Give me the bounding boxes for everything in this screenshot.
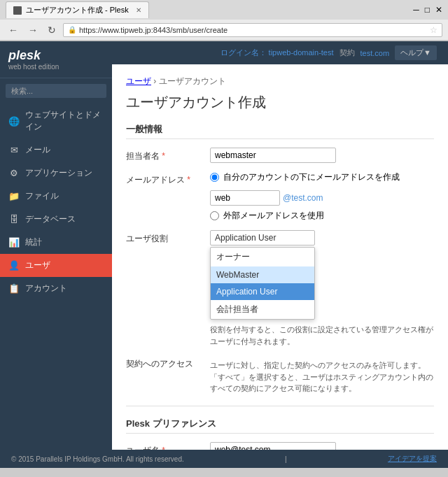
dropdown-item-owner[interactable]: オーナー bbox=[211, 248, 314, 266]
role-dropdown-wrapper: オーナー WebMaster Application User 会計担当者 オー… bbox=[210, 230, 434, 347]
websites-icon: 🌐 bbox=[8, 115, 20, 127]
sidebar-item-mail[interactable]: ✉ メール bbox=[0, 138, 112, 162]
access-note: ユーザに対し、指定した契約へのアクセスのみを許可します。「すべて」を選択すると、… bbox=[210, 359, 434, 394]
section-plesk: Plesk プリファレンス bbox=[126, 418, 434, 434]
access-label: 契約へのアクセス bbox=[126, 355, 210, 370]
top-bar: ログイン名： tipweb-domain-test 契約 test.com ヘル… bbox=[112, 41, 448, 64]
sidebar-item-label: ファイル bbox=[25, 190, 59, 202]
sidebar-item-label: アプリケーション bbox=[25, 167, 92, 179]
sidebar-item-db[interactable]: 🗄 データベース bbox=[0, 208, 112, 231]
access-control: ユーザに対し、指定した契約へのアクセスのみを許可します。「すべて」を選択すると、… bbox=[210, 355, 434, 394]
mail-icon: ✉ bbox=[8, 145, 20, 156]
back-btn[interactable]: ← bbox=[6, 23, 21, 37]
help-button[interactable]: ヘルプ▼ bbox=[395, 45, 437, 60]
close-btn[interactable]: ✕ bbox=[435, 5, 442, 15]
contract-label: 契約 bbox=[340, 48, 355, 58]
email-label: メールアドレス * bbox=[126, 171, 210, 186]
sidebar-item-label: アカウント bbox=[25, 283, 67, 294]
username-row: ユーザ名 * bbox=[126, 442, 434, 450]
forward-btn[interactable]: → bbox=[25, 23, 41, 37]
browser-tab[interactable]: ユーザアカウント作成 - Plesk ✕ bbox=[6, 1, 149, 18]
username-control bbox=[210, 442, 434, 450]
email-option1-label: 自分のアカウントの下にメールアドレスを作成 bbox=[223, 171, 400, 183]
breadcrumb-current: ユーザアカウント bbox=[159, 76, 226, 86]
bookmark-icon[interactable]: ☆ bbox=[430, 25, 438, 35]
sidebar-item-label: ユーザ bbox=[25, 259, 50, 271]
search-input[interactable] bbox=[6, 84, 106, 98]
logo-sub: web host edition bbox=[8, 63, 104, 71]
name-input[interactable] bbox=[210, 148, 336, 163]
breadcrumb: ユーザ › ユーザアカウント bbox=[126, 76, 434, 87]
dropdown-item-webmaster[interactable]: WebMaster bbox=[211, 266, 314, 283]
footer-separator: | bbox=[285, 455, 287, 463]
sidebar-item-label: ウェブサイトとドメイン bbox=[25, 109, 104, 133]
email-external-radio[interactable] bbox=[210, 211, 219, 220]
plesk-logo: plesk web host edition bbox=[8, 48, 104, 71]
page-title: ユーザアカウント作成 bbox=[126, 93, 434, 112]
role-dropdown-list: オーナー WebMaster Application User 会計担当者 bbox=[210, 247, 315, 320]
breadcrumb-parent[interactable]: ユーザ bbox=[126, 76, 151, 86]
sidebar-item-stats[interactable]: 📊 統計 bbox=[0, 231, 112, 254]
maximize-btn[interactable]: □ bbox=[425, 5, 430, 15]
contract-domain: test.com bbox=[360, 49, 390, 57]
dropdown-item-accountant[interactable]: 会計担当者 bbox=[211, 300, 314, 319]
name-row: 担当者名 * bbox=[126, 148, 434, 163]
sidebar-item-users[interactable]: 👤 ユーザ bbox=[0, 254, 112, 277]
db-icon: 🗄 bbox=[8, 214, 20, 225]
role-select[interactable]: オーナー WebMaster Application User 会計担当者 bbox=[210, 230, 315, 245]
required-mark: * bbox=[162, 151, 165, 161]
email-control: 自分のアカウントの下にメールアドレスを作成 @test.com 外部メールアドレ… bbox=[210, 171, 434, 222]
main-content: ログイン名： tipweb-domain-test 契約 test.com ヘル… bbox=[112, 41, 448, 450]
section-divider bbox=[126, 406, 434, 406]
tab-title: ユーザアカウント作成 - Plesk bbox=[26, 5, 129, 15]
sidebar-item-label: データベース bbox=[25, 213, 76, 225]
role-row: ユーザ役割 オーナー WebMaster Application User 会計… bbox=[126, 230, 434, 347]
email-input-row: @test.com bbox=[210, 190, 434, 206]
sidebar-item-label: メール bbox=[25, 144, 50, 156]
apps-icon: ⚙ bbox=[8, 168, 20, 179]
url-text: https://www.tipweb.jp:8443/smb/user/crea… bbox=[79, 26, 427, 34]
footer-copyright: © 2015 Parallels IP Holdings GmbH. All r… bbox=[11, 455, 184, 463]
sidebar-item-account[interactable]: 📋 アカウント bbox=[0, 277, 112, 300]
username-display: tipweb-domain-test bbox=[269, 48, 334, 57]
role-description: 役割を付与すると、この役割に設定されている管理アクセス権がユーザに付与されます。 bbox=[210, 324, 434, 347]
refresh-btn[interactable]: ↻ bbox=[45, 23, 59, 37]
email-domain-text: @test.com bbox=[283, 193, 323, 203]
email-option2-label: 外部メールアドレスを使用 bbox=[223, 210, 324, 222]
username-label: ユーザ名 * bbox=[126, 442, 210, 450]
stats-icon: 📊 bbox=[8, 237, 20, 248]
email-prefix-input[interactable] bbox=[210, 190, 280, 206]
email-create-option: 自分のアカウントの下にメールアドレスを作成 bbox=[210, 171, 434, 183]
email-external-option: 外部メールアドレスを使用 bbox=[210, 210, 434, 222]
minimize-btn[interactable]: ─ bbox=[413, 5, 419, 15]
name-label: 担当者名 * bbox=[126, 148, 210, 162]
content-area: ユーザ › ユーザアカウント ユーザアカウント作成 一般情報 担当者名 * bbox=[112, 64, 448, 450]
sidebar-header: plesk web host edition bbox=[0, 41, 112, 78]
sidebar-nav: 🌐 ウェブサイトとドメイン ✉ メール ⚙ アプリケーション 📁 ファイル 🗄 … bbox=[0, 104, 112, 300]
app-container: plesk web host edition 🌐 ウェブサイトとドメイン ✉ メ… bbox=[0, 41, 448, 450]
sidebar-item-websites[interactable]: 🌐 ウェブサイトとドメイン bbox=[0, 104, 112, 138]
footer: © 2015 Parallels IP Holdings GmbH. All r… bbox=[0, 450, 448, 468]
lock-icon: 🔒 bbox=[68, 26, 76, 34]
sidebar: plesk web host edition 🌐 ウェブサイトとドメイン ✉ メ… bbox=[0, 41, 112, 450]
browser-titlebar: ユーザアカウント作成 - Plesk ✕ ─ □ ✕ bbox=[0, 0, 448, 20]
username-input[interactable] bbox=[210, 442, 336, 450]
access-row: 契約へのアクセス ユーザに対し、指定した契約へのアクセスのみを許可します。「すべ… bbox=[126, 355, 434, 394]
tab-favicon bbox=[13, 6, 22, 15]
browser-chrome: ユーザアカウント作成 - Plesk ✕ ─ □ ✕ ← → ↻ 🔒 https… bbox=[0, 0, 448, 41]
sidebar-search bbox=[0, 78, 112, 104]
browser-controls: ← → ↻ 🔒 https://www.tipweb.jp:8443/smb/u… bbox=[0, 20, 448, 41]
address-bar[interactable]: 🔒 https://www.tipweb.jp:8443/smb/user/cr… bbox=[63, 23, 442, 37]
users-icon: 👤 bbox=[8, 260, 20, 271]
dropdown-item-appuser[interactable]: Application User bbox=[211, 283, 314, 300]
sidebar-item-files[interactable]: 📁 ファイル bbox=[0, 185, 112, 208]
sidebar-item-apps[interactable]: ⚙ アプリケーション bbox=[0, 162, 112, 185]
tab-close-btn[interactable]: ✕ bbox=[136, 6, 141, 14]
email-radio-group: 自分のアカウントの下にメールアドレスを作成 @test.com 外部メールアドレ… bbox=[210, 171, 434, 222]
account-icon: 📋 bbox=[8, 283, 20, 294]
footer-link[interactable]: アイデアを提案 bbox=[388, 454, 437, 464]
sidebar-item-label: 統計 bbox=[25, 236, 42, 248]
email-create-radio[interactable] bbox=[210, 173, 219, 182]
role-control: オーナー WebMaster Application User 会計担当者 オー… bbox=[210, 230, 434, 347]
role-select-wrapper: オーナー WebMaster Application User 会計担当者 bbox=[210, 230, 315, 245]
